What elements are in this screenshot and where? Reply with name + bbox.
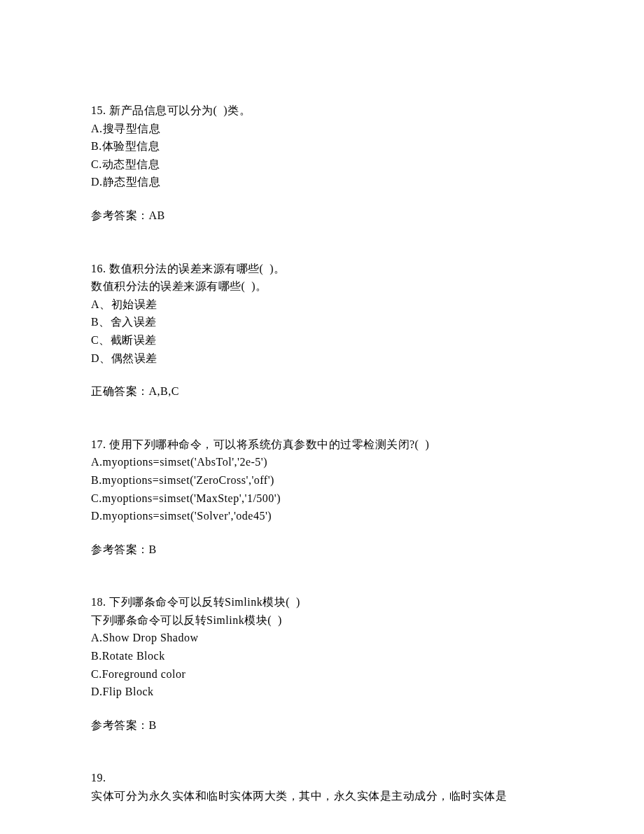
question-text: 新产品信息可以分为( )类。 (109, 104, 251, 116)
question-stem-repeat: 数值积分法的误差来源有哪些( )。 (91, 277, 553, 296)
answer-value: B (149, 719, 157, 731)
question-option-a: A.Show Drop Shadow (91, 629, 553, 647)
question-text: 下列哪条命令可以反转Simlink模块( ) (109, 596, 300, 608)
question-option-d: D.静态型信息 (91, 173, 553, 191)
question-number: 16. (91, 263, 106, 274)
question-option-b: B、舍入误差 (91, 313, 553, 331)
question-number: 17. (91, 438, 106, 450)
answer-label: 参考答案： (91, 719, 149, 731)
question-16: 16. 数值积分法的误差来源有哪些( )。 数值积分法的误差来源有哪些( )。 … (91, 260, 553, 401)
question-option-c: C.myoptions=simset('MaxStep','1/500') (91, 489, 553, 508)
answer-value: B (149, 543, 157, 555)
question-stem: 17. 使用下列哪种命令，可以将系统仿真参数中的过零检测关闭?( ) (91, 436, 553, 454)
question-15: 15. 新产品信息可以分为( )类。 A.搜寻型信息 B.体验型信息 C.动态型… (91, 102, 553, 225)
question-answer: 正确答案：A,B,C (91, 382, 553, 401)
question-stem: 实体可分为永久实体和临时实体两大类，其中，永久实体是主动成分，临时实体是 (91, 787, 553, 805)
question-stem: 15. 新产品信息可以分为( )类。 (91, 102, 553, 120)
answer-label: 正确答案： (91, 385, 149, 397)
answer-label: 参考答案： (91, 209, 149, 221)
question-number: 15. (91, 104, 106, 116)
question-answer: 参考答案：B (91, 541, 553, 559)
question-19: 19. 实体可分为永久实体和临时实体两大类，其中，永久实体是主动成分，临时实体是 (91, 769, 553, 805)
question-option-c: C.动态型信息 (91, 155, 553, 174)
question-option-d: D、偶然误差 (91, 349, 553, 368)
question-stem-repeat: 下列哪条命令可以反转Simlink模块( ) (91, 611, 553, 630)
question-answer: 参考答案：AB (91, 207, 553, 225)
answer-value: AB (149, 209, 165, 221)
answer-label: 参考答案： (91, 543, 149, 555)
question-number: 18. (91, 596, 106, 608)
question-option-b: B.Rotate Block (91, 647, 553, 665)
question-option-c: C.Foreground color (91, 665, 553, 683)
question-option-d: D.myoptions=simset('Solver','ode45') (91, 507, 553, 525)
question-option-d: D.Flip Block (91, 683, 553, 701)
question-number: 19. (91, 769, 553, 787)
question-option-b: B.体验型信息 (91, 137, 553, 155)
question-text: 使用下列哪种命令，可以将系统仿真参数中的过零检测关闭?( ) (109, 438, 429, 450)
question-stem: 16. 数值积分法的误差来源有哪些( )。 (91, 260, 553, 278)
question-18: 18. 下列哪条命令可以反转Simlink模块( ) 下列哪条命令可以反转Sim… (91, 593, 553, 734)
answer-value: A,B,C (149, 385, 179, 397)
question-option-b: B.myoptions=simset('ZeroCross','off') (91, 471, 553, 489)
question-option-a: A.myoptions=simset('AbsTol','2e-5') (91, 453, 553, 471)
question-option-a: A.搜寻型信息 (91, 120, 553, 138)
question-text: 数值积分法的误差来源有哪些( )。 (109, 263, 286, 274)
question-option-c: C、截断误差 (91, 331, 553, 349)
question-17: 17. 使用下列哪种命令，可以将系统仿真参数中的过零检测关闭?( ) A.myo… (91, 436, 553, 559)
question-answer: 参考答案：B (91, 716, 553, 735)
question-stem: 18. 下列哪条命令可以反转Simlink模块( ) (91, 593, 553, 611)
question-option-a: A、初始误差 (91, 296, 553, 314)
